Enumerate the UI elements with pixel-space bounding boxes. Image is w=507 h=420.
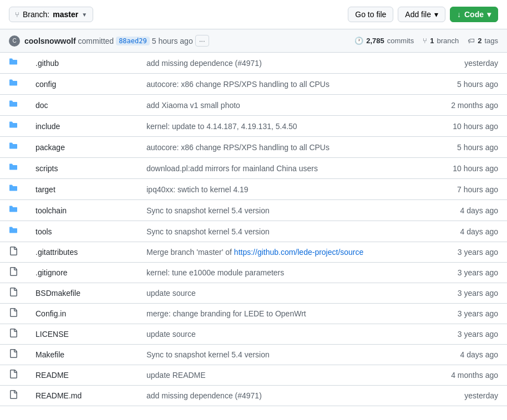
table-row: .gitignorekernel: tune e1000e module par… [0,263,507,283]
branch-chevron-icon: ▼ [82,12,87,18]
file-icon [9,309,18,319]
commit-message-cell: autocore: x86 change RPS/XPS handling to… [138,74,429,95]
table-row: toolchainSync to snapshot kernel 5.4 ver… [0,200,507,221]
table-row: .gitattributesMerge branch 'master' of h… [0,242,507,263]
file-name-link[interactable]: Config.in [36,309,66,318]
file-name-cell: package [27,137,138,158]
file-name-cell: toolchain [27,200,138,221]
file-name-link[interactable]: LICENSE [36,330,69,339]
file-icon-cell [0,221,27,242]
commit-hash[interactable]: 88aed29 [116,37,150,45]
file-name-link[interactable]: toolchain [36,206,67,215]
table-row: targetipq40xx: swtich to kernel 4.197 ho… [0,179,507,200]
commit-time: 5 hours ago [152,37,193,45]
file-icon-cell [0,242,27,263]
file-icon-cell [0,137,27,158]
file-name-cell: Makefile [27,345,138,365]
table-row: configautocore: x86 change RPS/XPS handl… [0,74,507,95]
file-icon-cell [0,365,27,386]
file-time-cell: 3 years ago [429,263,507,283]
file-icon-cell [0,74,27,95]
branch-label: Branch: [23,10,49,19]
table-row: packageautocore: x86 change RPS/XPS hand… [0,137,507,158]
file-icon [9,268,18,278]
commits-stat[interactable]: 🕐 2,785 commits [354,37,414,45]
file-name-link[interactable]: config [36,80,56,89]
file-icon-cell [0,53,27,74]
branches-link[interactable]: 1 [430,37,434,45]
file-name-cell: README.md [27,386,138,406]
add-file-button[interactable]: Add file ▾ [398,7,445,22]
file-time-cell: 4 months ago [429,365,507,386]
commit-message-cell: update source [138,283,429,304]
commit-action: committed [78,37,114,45]
file-name-link[interactable]: target [36,185,55,194]
table-row: Config.inmerge: change branding for LEDE… [0,304,507,324]
file-time-cell: 4 days ago [429,221,507,242]
avatar: C [9,35,20,47]
file-time-cell: 4 days ago [429,345,507,365]
folder-icon [9,99,18,110]
file-name-link[interactable]: scripts [36,164,58,173]
file-icon-cell [0,283,27,304]
repo-stats: 🕐 2,785 commits ⑂ 1 branch 🏷 2 tags [354,37,498,45]
commit-message-cell: kernel: update to 4.14.187, 4.19.131, 5.… [138,116,429,137]
file-name-link[interactable]: include [36,122,60,131]
file-name-link[interactable]: README.md [36,391,82,400]
branches-stat[interactable]: ⑂ 1 branch [423,37,459,45]
commit-message-cell: kernel: tune e1000e module parameters [138,263,429,283]
file-time-cell: 2 months ago [429,95,507,116]
commit-message-cell: add missing dependence (#4971) [138,386,429,406]
table-row: toolsSync to snapshot kernel 5.4 version… [0,221,507,242]
go-to-file-button[interactable]: Go to file [348,7,393,22]
commit-dots-button[interactable]: ··· [195,35,209,47]
file-name-cell: Config.in [27,304,138,324]
file-icon [9,371,18,380]
file-name-cell: config [27,74,138,95]
file-name-cell: tools [27,221,138,242]
file-name-link[interactable]: .gitignore [36,268,68,277]
file-name-link[interactable]: Makefile [36,350,64,359]
file-name-cell: .gitignore [27,263,138,283]
commit-username[interactable]: coolsnowwolf [24,37,76,45]
file-name-link[interactable]: BSDmakefile [36,289,80,298]
file-time-cell: 10 hours ago [429,158,507,179]
file-name-link[interactable]: tools [36,227,52,236]
file-icon-cell [0,386,27,406]
file-time-cell: 3 years ago [429,324,507,345]
commit-message-cell: Sync to snapshot kernel 5.4 version [138,221,429,242]
folder-icon [9,162,18,173]
file-name-cell: BSDmakefile [27,283,138,304]
commits-link[interactable]: 2,785 [366,37,384,45]
branch-name: master [53,10,78,19]
file-name-cell: .github [27,53,138,74]
file-time-cell: 3 years ago [429,283,507,304]
commit-message-link[interactable]: https://github.com/lede-project/source [234,248,363,257]
code-button[interactable]: ↓ Code ▾ [450,7,498,22]
file-name-cell: target [27,179,138,200]
commit-message-cell: update README [138,365,429,386]
branch-selector[interactable]: ⑂ Branch: master ▼ [9,7,93,22]
commit-message-cell: download.pl:add mirrors for mainland Chi… [138,158,429,179]
file-name-link[interactable]: doc [36,101,48,110]
file-icon-cell [0,95,27,116]
table-row: BSDmakefileupdate source3 years ago [0,283,507,304]
commits-icon: 🕐 [354,37,363,45]
file-name-link[interactable]: .github [36,59,59,68]
file-name-link[interactable]: README [36,371,69,380]
commit-message-cell: Sync to snapshot kernel 5.4 version [138,200,429,221]
file-name-cell: scripts [27,158,138,179]
file-icon [9,330,18,339]
file-icon-cell [0,324,27,345]
tags-stat[interactable]: 🏷 2 tags [468,37,498,45]
file-time-cell: 3 years ago [429,304,507,324]
branch-icon: ⑂ [15,11,19,19]
file-name-link[interactable]: package [36,143,65,152]
commits-label: commits [387,37,414,45]
folder-icon [9,204,18,216]
file-name-cell: include [27,116,138,137]
tags-link[interactable]: 2 [478,37,481,45]
file-time-cell: yesterday [429,386,507,406]
file-name-link[interactable]: .gitattributes [36,248,78,257]
file-icon-cell [0,200,27,221]
